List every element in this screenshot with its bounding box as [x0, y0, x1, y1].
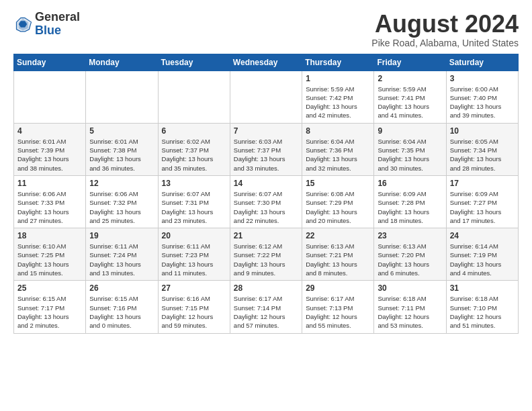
weekday-header-tuesday: Tuesday	[158, 54, 230, 71]
calendar-cell: 20Sunrise: 6:11 AM Sunset: 7:23 PM Dayli…	[158, 228, 230, 281]
day-number: 3	[450, 74, 515, 83]
calendar-cell: 2Sunrise: 5:59 AM Sunset: 7:41 PM Daylig…	[374, 71, 446, 123]
day-number: 26	[89, 283, 154, 293]
day-number: 6	[162, 126, 226, 136]
calendar-cell: 17Sunrise: 6:09 AM Sunset: 7:27 PM Dayli…	[446, 175, 518, 228]
calendar-week-row: 25Sunrise: 6:15 AM Sunset: 7:17 PM Dayli…	[14, 281, 519, 333]
day-info: Sunrise: 6:04 AM Sunset: 7:36 PM Dayligh…	[306, 137, 370, 173]
calendar-cell: 18Sunrise: 6:10 AM Sunset: 7:25 PM Dayli…	[14, 228, 86, 281]
weekday-header-friday: Friday	[374, 54, 446, 71]
calendar-cell: 30Sunrise: 6:18 AM Sunset: 7:11 PM Dayli…	[374, 281, 446, 333]
day-info: Sunrise: 6:16 AM Sunset: 7:15 PM Dayligh…	[162, 294, 226, 330]
day-info: Sunrise: 6:08 AM Sunset: 7:29 PM Dayligh…	[306, 189, 370, 225]
day-number: 22	[306, 231, 370, 240]
day-info: Sunrise: 6:11 AM Sunset: 7:23 PM Dayligh…	[162, 242, 226, 277]
logo: General Blue	[13, 11, 80, 38]
calendar-cell: 15Sunrise: 6:08 AM Sunset: 7:29 PM Dayli…	[302, 175, 374, 228]
calendar-cell: 5Sunrise: 6:01 AM Sunset: 7:38 PM Daylig…	[86, 123, 158, 175]
day-number: 23	[378, 231, 442, 240]
calendar-cell: 10Sunrise: 6:05 AM Sunset: 7:34 PM Dayli…	[446, 123, 518, 175]
day-number: 17	[450, 179, 515, 188]
day-number: 18	[17, 231, 82, 240]
calendar-cell: 8Sunrise: 6:04 AM Sunset: 7:36 PM Daylig…	[302, 123, 374, 175]
page-header: General Blue August 2024 Pike Road, Alab…	[13, 11, 519, 48]
calendar-cell	[230, 71, 302, 123]
day-info: Sunrise: 6:17 AM Sunset: 7:13 PM Dayligh…	[306, 294, 370, 330]
day-info: Sunrise: 6:04 AM Sunset: 7:35 PM Dayligh…	[378, 137, 442, 173]
logo-blue-text: Blue	[35, 24, 61, 37]
day-info: Sunrise: 6:13 AM Sunset: 7:21 PM Dayligh…	[306, 242, 370, 277]
day-info: Sunrise: 6:18 AM Sunset: 7:11 PM Dayligh…	[378, 294, 442, 330]
day-number: 12	[89, 179, 154, 188]
calendar-cell: 24Sunrise: 6:14 AM Sunset: 7:19 PM Dayli…	[446, 228, 518, 281]
day-number: 11	[17, 179, 82, 188]
weekday-header-saturday: Saturday	[446, 54, 518, 71]
calendar-cell: 26Sunrise: 6:15 AM Sunset: 7:16 PM Dayli…	[86, 281, 158, 333]
day-info: Sunrise: 6:06 AM Sunset: 7:32 PM Dayligh…	[89, 189, 154, 225]
day-info: Sunrise: 5:59 AM Sunset: 7:42 PM Dayligh…	[306, 85, 370, 120]
calendar-cell: 13Sunrise: 6:07 AM Sunset: 7:31 PM Dayli…	[158, 175, 230, 228]
calendar-cell: 11Sunrise: 6:06 AM Sunset: 7:33 PM Dayli…	[14, 175, 86, 228]
day-number: 27	[162, 283, 226, 293]
day-number: 10	[450, 126, 515, 136]
calendar-cell: 21Sunrise: 6:12 AM Sunset: 7:22 PM Dayli…	[230, 228, 302, 281]
calendar-cell: 25Sunrise: 6:15 AM Sunset: 7:17 PM Dayli…	[14, 281, 86, 333]
title-area: August 2024 Pike Road, Alabama, United S…	[371, 11, 519, 48]
day-number: 15	[306, 179, 370, 188]
calendar-cell: 7Sunrise: 6:03 AM Sunset: 7:37 PM Daylig…	[230, 123, 302, 175]
weekday-header-sunday: Sunday	[14, 54, 86, 71]
calendar-cell	[14, 71, 86, 123]
day-info: Sunrise: 6:18 AM Sunset: 7:10 PM Dayligh…	[450, 294, 515, 330]
calendar-cell: 14Sunrise: 6:07 AM Sunset: 7:30 PM Dayli…	[230, 175, 302, 228]
day-info: Sunrise: 6:17 AM Sunset: 7:14 PM Dayligh…	[234, 294, 298, 330]
day-number: 20	[162, 231, 226, 240]
calendar-cell: 31Sunrise: 6:18 AM Sunset: 7:10 PM Dayli…	[446, 281, 518, 333]
calendar-cell	[86, 71, 158, 123]
calendar-cell: 29Sunrise: 6:17 AM Sunset: 7:13 PM Dayli…	[302, 281, 374, 333]
day-info: Sunrise: 6:11 AM Sunset: 7:24 PM Dayligh…	[89, 242, 154, 277]
calendar-cell: 1Sunrise: 5:59 AM Sunset: 7:42 PM Daylig…	[302, 71, 374, 123]
day-info: Sunrise: 5:59 AM Sunset: 7:41 PM Dayligh…	[378, 85, 442, 120]
day-number: 25	[17, 283, 82, 293]
day-number: 8	[306, 126, 370, 136]
day-number: 4	[17, 126, 82, 136]
day-info: Sunrise: 6:00 AM Sunset: 7:40 PM Dayligh…	[450, 85, 515, 120]
day-info: Sunrise: 6:15 AM Sunset: 7:16 PM Dayligh…	[89, 294, 154, 330]
day-number: 24	[450, 231, 515, 240]
day-number: 28	[234, 283, 298, 293]
location-text: Pike Road, Alabama, United States	[371, 38, 519, 48]
weekday-header-row: SundayMondayTuesdayWednesdayThursdayFrid…	[14, 54, 519, 71]
day-number: 1	[306, 74, 370, 83]
day-number: 9	[378, 126, 442, 136]
weekday-header-thursday: Thursday	[302, 54, 374, 71]
day-number: 19	[89, 231, 154, 240]
day-info: Sunrise: 6:05 AM Sunset: 7:34 PM Dayligh…	[450, 137, 515, 173]
day-info: Sunrise: 6:09 AM Sunset: 7:28 PM Dayligh…	[378, 189, 442, 225]
day-number: 2	[378, 74, 442, 83]
calendar-cell: 27Sunrise: 6:16 AM Sunset: 7:15 PM Dayli…	[158, 281, 230, 333]
day-number: 14	[234, 179, 298, 188]
day-number: 7	[234, 126, 298, 136]
day-number: 31	[450, 283, 515, 293]
day-info: Sunrise: 6:14 AM Sunset: 7:19 PM Dayligh…	[450, 242, 515, 277]
calendar-cell: 9Sunrise: 6:04 AM Sunset: 7:35 PM Daylig…	[374, 123, 446, 175]
day-info: Sunrise: 6:12 AM Sunset: 7:22 PM Dayligh…	[234, 242, 298, 277]
day-info: Sunrise: 6:03 AM Sunset: 7:37 PM Dayligh…	[234, 137, 298, 173]
calendar-cell: 6Sunrise: 6:02 AM Sunset: 7:37 PM Daylig…	[158, 123, 230, 175]
day-info: Sunrise: 6:01 AM Sunset: 7:38 PM Dayligh…	[89, 137, 154, 173]
day-info: Sunrise: 6:13 AM Sunset: 7:20 PM Dayligh…	[378, 242, 442, 277]
calendar-week-row: 18Sunrise: 6:10 AM Sunset: 7:25 PM Dayli…	[14, 228, 519, 281]
day-info: Sunrise: 6:07 AM Sunset: 7:30 PM Dayligh…	[234, 189, 298, 225]
day-number: 21	[234, 231, 298, 240]
calendar-cell: 28Sunrise: 6:17 AM Sunset: 7:14 PM Dayli…	[230, 281, 302, 333]
month-title: August 2024	[371, 11, 519, 38]
calendar-cell: 19Sunrise: 6:11 AM Sunset: 7:24 PM Dayli…	[86, 228, 158, 281]
day-number: 13	[162, 179, 226, 188]
calendar-cell	[158, 71, 230, 123]
day-number: 30	[378, 283, 442, 293]
calendar-week-row: 1Sunrise: 5:59 AM Sunset: 7:42 PM Daylig…	[14, 71, 519, 123]
calendar-week-row: 4Sunrise: 6:01 AM Sunset: 7:39 PM Daylig…	[14, 123, 519, 175]
calendar-cell: 4Sunrise: 6:01 AM Sunset: 7:39 PM Daylig…	[14, 123, 86, 175]
calendar-cell: 16Sunrise: 6:09 AM Sunset: 7:28 PM Dayli…	[374, 175, 446, 228]
logo-general-text: General	[35, 10, 80, 24]
